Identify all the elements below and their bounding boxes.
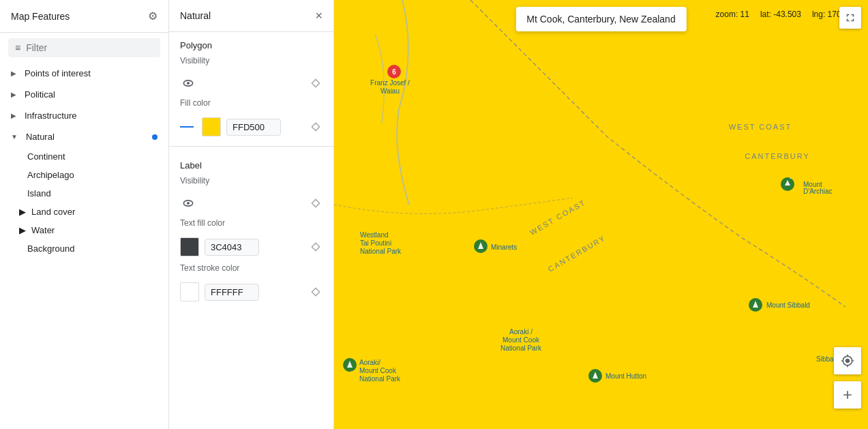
svg-text:Minarets: Minarets: [491, 243, 517, 251]
panel: Natural × Polygon Visibility Fill color …: [169, 0, 334, 429]
sidebar-item-label: Political: [25, 89, 55, 100]
svg-text:National Park: National Park: [500, 344, 542, 352]
panel-header: Natural ×: [169, 0, 333, 32]
polygon-section: Polygon Visibility Fill color FFD500: [169, 32, 333, 140]
filter-icon: ≡: [15, 42, 20, 53]
sidebar-subitem-label: Island: [27, 188, 51, 198]
fill-color-label: Fill color: [169, 95, 333, 113]
text-fill-color-row: 3C4043: [169, 233, 333, 261]
sidebar-subitem-label: Water: [31, 225, 55, 235]
svg-text:Westland: Westland: [360, 231, 389, 239]
chevron-right-icon: ▶: [11, 112, 16, 119]
sidebar-item-political[interactable]: ▶ Political: [0, 84, 168, 105]
svg-text:Mount Sibbald: Mount Sibbald: [766, 301, 810, 309]
svg-text:National Park: National Park: [360, 248, 402, 255]
map-canvas: 6 Franz Josef / Waiau WEST COAST CANTERB…: [334, 0, 868, 429]
active-dot: [152, 134, 158, 140]
filter-input[interactable]: [26, 42, 153, 53]
sidebar-item-label: Infrastructure: [25, 110, 77, 121]
sidebar-item-water[interactable]: ▶ Water: [0, 221, 168, 239]
chevron-right-icon: ▶: [11, 70, 16, 77]
chevron-right-icon: ▶: [19, 225, 26, 235]
fill-color-row: FFD500: [169, 113, 333, 140]
svg-rect-8: [312, 288, 319, 295]
sidebar-item-infrastructure[interactable]: ▶ Infrastructure: [0, 105, 168, 126]
sidebar-title: Map Features: [11, 11, 70, 22]
nav-section: ▶ Points of interest ▶ Political ▶ Infra…: [0, 63, 168, 258]
svg-text:CANTERBURY: CANTERBURY: [745, 152, 810, 160]
sidebar-subitem-label: Continent: [27, 151, 65, 162]
svg-text:Mount Hutton: Mount Hutton: [605, 372, 646, 380]
sidebar-item-natural[interactable]: ▼ Natural: [0, 126, 168, 147]
minus-button[interactable]: [180, 126, 194, 128]
text-stroke-color-swatch[interactable]: [180, 282, 199, 301]
svg-rect-6: [312, 199, 319, 207]
fill-color-swatch[interactable]: [202, 117, 221, 136]
polygon-visibility-row: [169, 71, 333, 95]
svg-text:Aoraki /: Aoraki /: [509, 328, 533, 336]
sidebar-item-archipelago[interactable]: Archipelago: [0, 166, 168, 184]
sidebar-subitem-label: Background: [27, 243, 74, 254]
svg-text:National Park: National Park: [359, 375, 401, 383]
text-fill-color-value[interactable]: 3C4043: [205, 239, 259, 256]
svg-text:Tai Poutini: Tai Poutini: [360, 239, 391, 247]
label-section-title: Label: [169, 152, 333, 173]
eye-icon-label[interactable]: [180, 195, 196, 211]
eye-icon-polygon[interactable]: [180, 75, 196, 91]
svg-rect-7: [312, 243, 319, 250]
fill-color-value[interactable]: FFD500: [226, 119, 281, 136]
sidebar-subitem-label: Land cover: [31, 207, 75, 217]
close-button[interactable]: ×: [315, 10, 323, 22]
svg-text:Aoraki/: Aoraki/: [359, 359, 380, 366]
svg-text:Mount Cook: Mount Cook: [503, 336, 540, 344]
svg-text:6: 6: [392, 68, 396, 76]
zoom-in-button[interactable]: [834, 381, 861, 409]
svg-text:Waiau: Waiau: [380, 87, 400, 95]
text-fill-color-label: Text fill color: [169, 216, 333, 233]
sidebar-item-land-cover[interactable]: ▶ Land cover: [0, 203, 168, 221]
sidebar-subitem-label: Archipelago: [27, 170, 74, 180]
chevron-down-icon: ▼: [11, 133, 18, 140]
svg-point-1: [187, 82, 190, 85]
diamond-icon-polygon[interactable]: [309, 76, 323, 90]
sidebar-item-label: Points of interest: [25, 68, 91, 78]
sidebar: Map Features ⚙ ≡ ▶ Points of interest ▶ …: [0, 0, 169, 429]
fullscreen-button[interactable]: [839, 7, 861, 29]
label-visibility-row: [169, 191, 333, 216]
search-value: Mt Cook, Canterbury, New Zealand: [526, 14, 675, 25]
diamond-icon-text-fill[interactable]: [309, 240, 323, 254]
lat-display: lat: -43.503: [760, 10, 801, 19]
svg-text:D'Archiac: D'Archiac: [803, 188, 832, 195]
svg-text:WEST COAST: WEST COAST: [729, 123, 792, 131]
divider: [169, 146, 333, 147]
location-button[interactable]: [834, 347, 861, 374]
diamond-icon-label[interactable]: [309, 196, 323, 210]
diamond-icon-fill[interactable]: [309, 120, 323, 134]
text-stroke-color-value[interactable]: FFFFFF: [205, 284, 259, 301]
svg-rect-9: [334, 0, 868, 429]
chevron-right-icon: ▶: [11, 91, 16, 98]
svg-rect-3: [312, 123, 319, 130]
text-stroke-color-label: Text stroke color: [169, 261, 333, 278]
sidebar-item-background[interactable]: Background: [0, 239, 168, 258]
gear-icon[interactable]: ⚙: [148, 10, 158, 23]
text-fill-color-swatch[interactable]: [180, 237, 199, 256]
text-stroke-color-row: FFFFFF: [169, 278, 333, 306]
label-section: Label Visibility Text fill color 3C4043: [169, 152, 333, 306]
sidebar-item-continent[interactable]: Continent: [0, 147, 168, 166]
zoom-display: zoom: 11: [716, 10, 749, 19]
chevron-right-icon: ▶: [19, 207, 26, 217]
svg-text:▲: ▲: [790, 177, 792, 179]
visibility-label-text: Visibility: [169, 173, 333, 191]
diamond-icon-text-stroke[interactable]: [309, 285, 323, 299]
svg-point-5: [187, 202, 190, 205]
map[interactable]: zoom: 11 lat: -43.503 lng: 170.306 Mt Co…: [334, 0, 868, 429]
polygon-label: Polygon: [169, 32, 333, 53]
sidebar-item-island[interactable]: Island: [0, 184, 168, 203]
sidebar-item-label: Natural: [26, 132, 55, 142]
panel-title: Natural: [180, 10, 211, 21]
sidebar-header: Map Features ⚙: [0, 0, 168, 33]
visibility-label-polygon: Visibility: [169, 53, 333, 71]
sidebar-item-points-of-interest[interactable]: ▶ Points of interest: [0, 63, 168, 84]
filter-box[interactable]: ≡: [8, 38, 160, 57]
